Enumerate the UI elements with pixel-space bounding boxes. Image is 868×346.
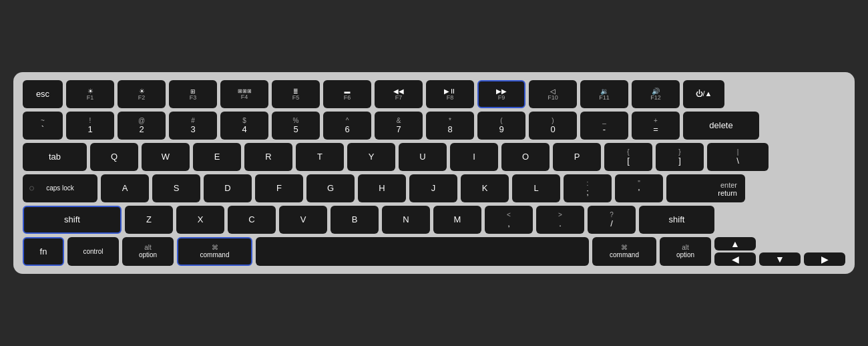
key-tab[interactable]: tab xyxy=(23,143,87,171)
key-f2[interactable]: ☀ F2 xyxy=(118,80,166,108)
key-fn[interactable]: fn xyxy=(23,237,64,266)
keyboard: esc ☀ F1 ☀ F2 ⊞ F3 ⊞⊞⊞ F4 ≣ F5 ▬ F6 ◀◀ F… xyxy=(13,72,855,274)
key-period[interactable]: > . xyxy=(536,206,584,234)
caps-row: caps lock A S D F G H J K L : ; xyxy=(23,174,845,202)
key-0[interactable]: ) 0 xyxy=(529,112,577,140)
key-f3-icon: ⊞ xyxy=(190,88,196,95)
key-f3[interactable]: ⊞ F3 xyxy=(169,80,217,108)
key-f5[interactable]: ≣ F5 xyxy=(272,80,320,108)
key-i[interactable]: I xyxy=(450,143,498,171)
key-5[interactable]: % 5 xyxy=(272,112,320,140)
key-arrow-left[interactable]: ◀ xyxy=(714,252,756,266)
key-j[interactable]: J xyxy=(409,174,457,202)
key-esc-label: esc xyxy=(36,89,49,100)
key-9[interactable]: ( 9 xyxy=(477,112,525,140)
key-t[interactable]: T xyxy=(296,143,344,171)
key-shift-left[interactable]: shift xyxy=(23,206,122,234)
key-f1-label: F1 xyxy=(87,95,94,101)
key-8[interactable]: * 8 xyxy=(426,112,474,140)
key-3[interactable]: # 3 xyxy=(169,112,217,140)
key-f6-label: F6 xyxy=(344,95,351,101)
key-p[interactable]: P xyxy=(553,143,601,171)
key-quote[interactable]: " ' xyxy=(615,174,663,202)
tab-row: tab Q W E R T Y U I O P xyxy=(23,143,845,171)
key-delete[interactable]: delete xyxy=(683,112,759,140)
key-control[interactable]: control xyxy=(67,237,119,266)
key-f1[interactable]: ☀ F1 xyxy=(66,80,114,108)
key-option-left[interactable]: alt option xyxy=(122,237,174,266)
key-arrow-down[interactable]: ▼ xyxy=(759,252,801,266)
key-f9-label: F9 xyxy=(498,95,505,101)
key-f11-label: F11 xyxy=(599,95,610,101)
key-m[interactable]: M xyxy=(433,206,481,234)
key-equals[interactable]: + = xyxy=(632,112,680,140)
key-f7[interactable]: ◀◀ F7 xyxy=(375,80,423,108)
key-f6[interactable]: ▬ F6 xyxy=(323,80,371,108)
key-esc[interactable]: esc xyxy=(23,80,63,108)
key-l[interactable]: L xyxy=(512,174,560,202)
key-n[interactable]: N xyxy=(382,206,430,234)
key-d[interactable]: D xyxy=(204,174,252,202)
key-e[interactable]: E xyxy=(193,143,241,171)
key-comma[interactable]: < , xyxy=(485,206,533,234)
arrow-keys: ▲ ◀ ▼ ▶ xyxy=(714,237,845,266)
key-backslash[interactable]: | \ xyxy=(707,143,769,171)
key-h[interactable]: H xyxy=(358,174,406,202)
key-a[interactable]: A xyxy=(101,174,149,202)
key-f4[interactable]: ⊞⊞⊞ F4 xyxy=(220,80,268,108)
key-f[interactable]: F xyxy=(255,174,303,202)
key-x[interactable]: X xyxy=(176,206,224,234)
key-y[interactable]: Y xyxy=(347,143,395,171)
key-b[interactable]: B xyxy=(331,206,379,234)
key-r[interactable]: R xyxy=(244,143,292,171)
number-row: ~ ` ! 1 @ 2 # 3 $ 4 % 5 ^ 6 & 7 xyxy=(23,112,845,140)
key-shift-right[interactable]: shift xyxy=(639,206,714,234)
key-enter[interactable]: enter return xyxy=(666,174,745,202)
key-f12[interactable]: 🔊 F12 xyxy=(632,80,680,108)
bottom-row: fn control alt option ⌘ command ⌘ comman… xyxy=(23,237,845,266)
key-caps-lock[interactable]: caps lock xyxy=(23,174,97,202)
key-f8[interactable]: ▶⏸ F8 xyxy=(426,80,474,108)
function-row: esc ☀ F1 ☀ F2 ⊞ F3 ⊞⊞⊞ F4 ≣ F5 ▬ F6 ◀◀ F… xyxy=(23,80,845,108)
key-q[interactable]: Q xyxy=(90,143,138,171)
key-o[interactable]: O xyxy=(501,143,550,171)
key-semicolon[interactable]: : ; xyxy=(564,174,612,202)
key-1[interactable]: ! 1 xyxy=(66,112,114,140)
key-f7-label: F7 xyxy=(395,95,403,101)
key-arrow-right[interactable]: ▶ xyxy=(804,252,845,266)
key-bracket-close[interactable]: } ] xyxy=(656,143,704,171)
key-s[interactable]: S xyxy=(152,174,200,202)
key-f3-label: F3 xyxy=(190,95,197,101)
key-7[interactable]: & 7 xyxy=(375,112,423,140)
key-f11[interactable]: 🔉 F11 xyxy=(580,80,628,108)
key-slash[interactable]: ? / xyxy=(588,206,636,234)
key-f9[interactable]: ▶▶ F9 xyxy=(477,80,525,108)
key-f6-icon: ▬ xyxy=(345,88,351,95)
caps-led xyxy=(29,186,34,191)
key-f5-icon: ≣ xyxy=(293,88,298,95)
key-minus[interactable]: _ - xyxy=(580,112,628,140)
key-k[interactable]: K xyxy=(461,174,509,202)
key-option-right[interactable]: alt option xyxy=(660,237,711,266)
key-g[interactable]: G xyxy=(306,174,355,202)
key-2[interactable]: @ 2 xyxy=(118,112,166,140)
key-4[interactable]: $ 4 xyxy=(220,112,268,140)
key-power-label: ⏻/▲ xyxy=(696,90,712,98)
key-command-left[interactable]: ⌘ command xyxy=(177,237,252,266)
key-power[interactable]: ⏻/▲ xyxy=(683,80,724,108)
key-command-right[interactable]: ⌘ command xyxy=(592,237,656,266)
key-arrow-up[interactable]: ▲ xyxy=(714,237,756,250)
key-u[interactable]: U xyxy=(399,143,447,171)
key-tilde[interactable]: ~ ` xyxy=(23,112,63,140)
key-w[interactable]: W xyxy=(142,143,190,171)
key-bracket-open[interactable]: { [ xyxy=(604,143,652,171)
key-f10[interactable]: ◁ F10 xyxy=(529,80,577,108)
key-v[interactable]: V xyxy=(279,206,327,234)
key-z[interactable]: Z xyxy=(125,206,173,234)
key-space[interactable] xyxy=(256,237,589,266)
key-f4-label: F4 xyxy=(241,94,248,100)
key-f10-label: F10 xyxy=(548,95,558,101)
key-c[interactable]: C xyxy=(228,206,276,234)
key-6[interactable]: ^ 6 xyxy=(323,112,371,140)
key-f5-label: F5 xyxy=(292,95,300,101)
